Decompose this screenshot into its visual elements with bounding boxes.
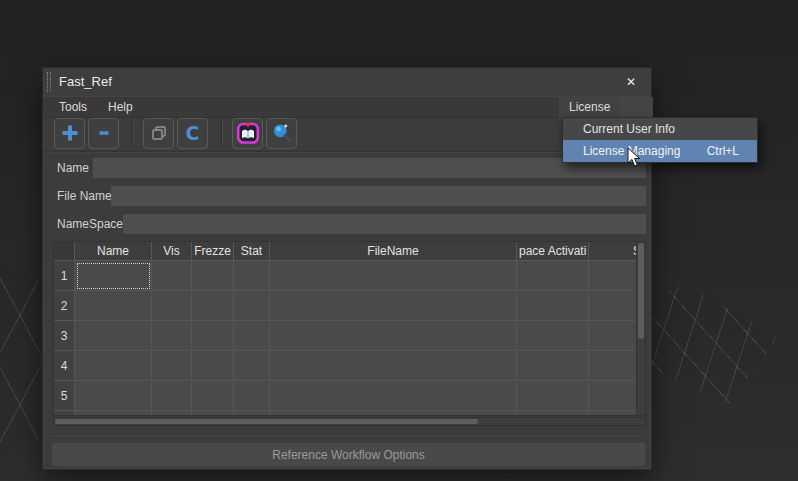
- table-cell[interactable]: [589, 321, 636, 351]
- table-cell[interactable]: [270, 321, 517, 351]
- table-row: 2: [54, 291, 636, 321]
- row-header[interactable]: 4: [54, 351, 75, 381]
- search-button[interactable]: [266, 118, 297, 149]
- column-header-frezze[interactable]: Frezze: [192, 242, 234, 261]
- add-button[interactable]: [54, 118, 85, 149]
- namespace-input[interactable]: [123, 214, 646, 234]
- name-label: Name :: [57, 158, 96, 178]
- menu-license[interactable]: License: [559, 97, 620, 119]
- column-header-filename[interactable]: FileName: [270, 242, 517, 261]
- table-cell[interactable]: [192, 321, 234, 351]
- table-cell[interactable]: [152, 411, 192, 416]
- table-cell[interactable]: [517, 411, 589, 416]
- menu-item-label: Current User Info: [583, 118, 675, 140]
- table-cell[interactable]: [75, 381, 152, 411]
- table-header-row: Name Vis Frezze Stat FileName pace Activ…: [54, 242, 636, 261]
- table-cell[interactable]: [152, 381, 192, 411]
- table-cell[interactable]: [270, 411, 517, 416]
- table-grid: Name Vis Frezze Stat FileName pace Activ…: [53, 241, 636, 416]
- table-cell[interactable]: [234, 381, 270, 411]
- viewport-background: Fast_Ref ✕ Tools Help License: [0, 0, 798, 481]
- menu-tools[interactable]: Tools: [49, 97, 97, 119]
- menu-help[interactable]: Help: [98, 97, 143, 119]
- table-cell[interactable]: [75, 351, 152, 381]
- menu-item-current-user-info[interactable]: Current User Info: [563, 118, 757, 140]
- minus-icon: [94, 123, 114, 143]
- menu-item-shortcut: Ctrl+L: [707, 140, 757, 162]
- license-dropdown-menu: Current User Info License Managing Ctrl+…: [562, 117, 758, 163]
- window-title: Fast_Ref: [59, 68, 112, 96]
- table-cell[interactable]: [589, 351, 636, 381]
- table-cell[interactable]: [192, 351, 234, 381]
- table-cell[interactable]: [192, 411, 234, 416]
- table-cell[interactable]: [192, 291, 234, 321]
- table-cell[interactable]: [234, 411, 270, 416]
- remove-button[interactable]: [88, 118, 119, 149]
- table-cell[interactable]: [192, 261, 234, 291]
- table-cell[interactable]: [152, 351, 192, 381]
- toolbar-divider: [43, 151, 651, 153]
- table-cell[interactable]: [234, 321, 270, 351]
- table-cell[interactable]: [517, 321, 589, 351]
- corner-header-cell: [54, 242, 75, 261]
- table-row: 5: [54, 381, 636, 411]
- table-cell[interactable]: [234, 291, 270, 321]
- reference-workflow-options-button[interactable]: Reference Workflow Options: [51, 442, 646, 467]
- menubar: Tools Help License: [43, 96, 651, 118]
- table-cell[interactable]: [270, 261, 517, 291]
- table-cell[interactable]: [234, 261, 270, 291]
- vertical-scrollbar-thumb[interactable]: [638, 243, 644, 339]
- table-cell[interactable]: [234, 351, 270, 381]
- table-cell[interactable]: [192, 381, 234, 411]
- search-magnifier-icon: [270, 121, 294, 145]
- column-header-name[interactable]: Name: [75, 242, 152, 261]
- table-cell[interactable]: [589, 381, 636, 411]
- column-header-namespace-activation[interactable]: pace Activati: [517, 242, 589, 261]
- table-row-partial: [54, 411, 636, 416]
- reference-table: Name Vis Frezze Stat FileName pace Activ…: [53, 241, 646, 416]
- window-titlebar[interactable]: Fast_Ref ✕: [43, 68, 651, 96]
- horizontal-scrollbar-thumb[interactable]: [55, 419, 478, 424]
- table-row: 3: [54, 321, 636, 351]
- import-reference-button[interactable]: [232, 118, 263, 149]
- table-cell[interactable]: [589, 261, 636, 291]
- row-header[interactable]: 3: [54, 321, 75, 351]
- table-cell[interactable]: [517, 291, 589, 321]
- clear-button[interactable]: C: [177, 118, 208, 149]
- table-row: 4: [54, 351, 636, 381]
- table-cell[interactable]: [75, 291, 152, 321]
- table-cell[interactable]: [270, 351, 517, 381]
- duplicate-button[interactable]: [143, 118, 174, 149]
- row-header[interactable]: [54, 411, 75, 416]
- table-cell[interactable]: [517, 351, 589, 381]
- menu-item-license-managing[interactable]: License Managing Ctrl+L: [563, 140, 757, 162]
- row-header[interactable]: 1: [54, 261, 75, 291]
- c-letter-icon: C: [186, 124, 200, 143]
- column-header-stat[interactable]: Stat: [234, 242, 270, 261]
- drag-grip-icon[interactable]: [47, 72, 51, 92]
- table-cell[interactable]: [589, 411, 636, 416]
- table-cell[interactable]: [75, 411, 152, 416]
- row-header[interactable]: 5: [54, 381, 75, 411]
- table-cell-selected[interactable]: [75, 261, 152, 291]
- file-name-input[interactable]: [111, 186, 646, 206]
- column-header-s[interactable]: S: [589, 242, 636, 261]
- close-icon[interactable]: ✕: [623, 74, 639, 90]
- toolbar-separator: [132, 120, 134, 146]
- row-header[interactable]: 2: [54, 291, 75, 321]
- vertical-scrollbar[interactable]: [636, 241, 646, 416]
- table-cell[interactable]: [270, 291, 517, 321]
- table-cell[interactable]: [152, 291, 192, 321]
- table-cell[interactable]: [152, 321, 192, 351]
- toolbar: C: [54, 117, 300, 149]
- footer-divider: [51, 434, 644, 436]
- table-cell[interactable]: [270, 381, 517, 411]
- table-cell[interactable]: [517, 261, 589, 291]
- column-header-vis[interactable]: Vis: [152, 242, 192, 261]
- horizontal-scrollbar[interactable]: [53, 417, 646, 426]
- mouse-cursor-icon: [627, 147, 642, 168]
- table-cell[interactable]: [517, 381, 589, 411]
- table-cell[interactable]: [75, 321, 152, 351]
- table-cell[interactable]: [589, 291, 636, 321]
- table-cell[interactable]: [152, 261, 192, 291]
